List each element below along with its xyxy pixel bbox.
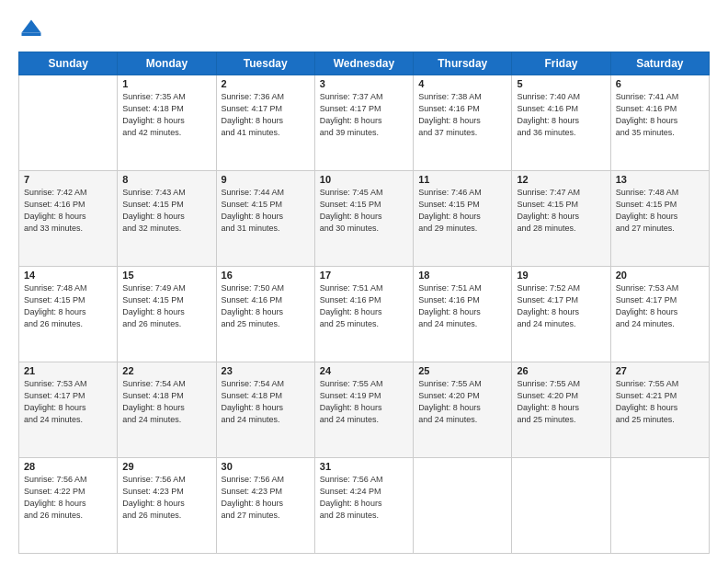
day-cell: 31Sunrise: 7:56 AM Sunset: 4:24 PM Dayli… — [314, 458, 413, 554]
day-cell: 14Sunrise: 7:48 AM Sunset: 4:15 PM Dayli… — [19, 267, 118, 362]
day-number: 9 — [222, 174, 310, 185]
day-info: Sunrise: 7:44 AM Sunset: 4:15 PM Dayligh… — [222, 187, 310, 235]
header — [18, 17, 710, 42]
day-info: Sunrise: 7:49 AM Sunset: 4:15 PM Dayligh… — [122, 282, 210, 330]
weekday-header-friday: Friday — [512, 52, 610, 75]
day-cell: 12Sunrise: 7:47 AM Sunset: 4:15 PM Dayli… — [512, 171, 610, 267]
day-info: Sunrise: 7:48 AM Sunset: 4:15 PM Dayligh… — [616, 187, 704, 235]
day-number: 22 — [122, 365, 210, 376]
day-info: Sunrise: 7:56 AM Sunset: 4:22 PM Dayligh… — [24, 474, 112, 522]
day-info: Sunrise: 7:50 AM Sunset: 4:16 PM Dayligh… — [222, 282, 310, 330]
day-cell: 29Sunrise: 7:56 AM Sunset: 4:23 PM Dayli… — [118, 458, 216, 554]
day-cell: 5Sunrise: 7:40 AM Sunset: 4:16 PM Daylig… — [512, 75, 610, 171]
day-number: 4 — [418, 78, 506, 89]
day-info: Sunrise: 7:36 AM Sunset: 4:17 PM Dayligh… — [222, 91, 310, 139]
day-info: Sunrise: 7:53 AM Sunset: 4:17 PM Dayligh… — [24, 378, 112, 426]
day-info: Sunrise: 7:42 AM Sunset: 4:16 PM Dayligh… — [24, 187, 112, 235]
day-cell: 10Sunrise: 7:45 AM Sunset: 4:15 PM Dayli… — [314, 171, 413, 267]
day-cell — [19, 75, 118, 171]
day-number: 2 — [222, 78, 310, 89]
day-number: 6 — [616, 78, 704, 89]
day-number: 8 — [122, 174, 210, 185]
day-info: Sunrise: 7:52 AM Sunset: 4:17 PM Dayligh… — [517, 282, 605, 330]
day-info: Sunrise: 7:53 AM Sunset: 4:17 PM Dayligh… — [616, 282, 704, 330]
day-cell: 17Sunrise: 7:51 AM Sunset: 4:16 PM Dayli… — [314, 267, 413, 362]
day-number: 19 — [517, 270, 605, 281]
day-info: Sunrise: 7:38 AM Sunset: 4:16 PM Dayligh… — [418, 91, 506, 139]
day-info: Sunrise: 7:43 AM Sunset: 4:15 PM Dayligh… — [122, 187, 210, 235]
day-number: 14 — [24, 270, 112, 281]
day-cell: 8Sunrise: 7:43 AM Sunset: 4:15 PM Daylig… — [118, 171, 216, 267]
weekday-header-row: SundayMondayTuesdayWednesdayThursdayFrid… — [19, 52, 710, 75]
day-info: Sunrise: 7:51 AM Sunset: 4:16 PM Dayligh… — [320, 282, 408, 330]
day-info: Sunrise: 7:55 AM Sunset: 4:20 PM Dayligh… — [418, 378, 506, 426]
day-cell — [414, 458, 512, 554]
day-cell: 30Sunrise: 7:56 AM Sunset: 4:23 PM Dayli… — [216, 458, 314, 554]
week-row-1: 1Sunrise: 7:35 AM Sunset: 4:18 PM Daylig… — [19, 75, 710, 171]
day-info: Sunrise: 7:46 AM Sunset: 4:15 PM Dayligh… — [418, 187, 506, 235]
weekday-header-saturday: Saturday — [610, 52, 709, 75]
week-row-3: 14Sunrise: 7:48 AM Sunset: 4:15 PM Dayli… — [19, 267, 710, 362]
day-info: Sunrise: 7:55 AM Sunset: 4:20 PM Dayligh… — [517, 378, 605, 426]
day-number: 7 — [24, 174, 112, 185]
day-info: Sunrise: 7:56 AM Sunset: 4:23 PM Dayligh… — [222, 474, 310, 522]
day-info: Sunrise: 7:37 AM Sunset: 4:17 PM Dayligh… — [320, 91, 408, 139]
day-cell: 6Sunrise: 7:41 AM Sunset: 4:16 PM Daylig… — [610, 75, 709, 171]
day-info: Sunrise: 7:41 AM Sunset: 4:16 PM Dayligh… — [616, 91, 704, 139]
day-info: Sunrise: 7:48 AM Sunset: 4:15 PM Dayligh… — [24, 282, 112, 330]
weekday-header-tuesday: Tuesday — [216, 52, 314, 75]
day-number: 12 — [517, 174, 605, 185]
day-cell: 20Sunrise: 7:53 AM Sunset: 4:17 PM Dayli… — [610, 267, 709, 362]
day-number: 31 — [320, 461, 408, 472]
day-number: 13 — [616, 174, 704, 185]
weekday-header-wednesday: Wednesday — [314, 52, 413, 75]
day-number: 21 — [24, 365, 112, 376]
day-number: 28 — [24, 461, 112, 472]
day-number: 27 — [616, 365, 704, 376]
day-cell: 23Sunrise: 7:54 AM Sunset: 4:18 PM Dayli… — [216, 362, 314, 458]
day-number: 24 — [320, 365, 408, 376]
day-number: 25 — [418, 365, 506, 376]
day-cell: 2Sunrise: 7:36 AM Sunset: 4:17 PM Daylig… — [216, 75, 314, 171]
day-cell: 7Sunrise: 7:42 AM Sunset: 4:16 PM Daylig… — [19, 171, 118, 267]
weekday-header-monday: Monday — [118, 52, 216, 75]
day-number: 17 — [320, 270, 408, 281]
svg-marker-0 — [22, 20, 41, 33]
day-number: 11 — [418, 174, 506, 185]
page: SundayMondayTuesdayWednesdayThursdayFrid… — [0, 0, 728, 563]
day-number: 16 — [222, 270, 310, 281]
day-number: 30 — [222, 461, 310, 472]
day-cell: 15Sunrise: 7:49 AM Sunset: 4:15 PM Dayli… — [118, 267, 216, 362]
day-cell: 3Sunrise: 7:37 AM Sunset: 4:17 PM Daylig… — [314, 75, 413, 171]
day-number: 10 — [320, 174, 408, 185]
logo-icon — [18, 17, 44, 42]
week-row-4: 21Sunrise: 7:53 AM Sunset: 4:17 PM Dayli… — [19, 362, 710, 458]
day-info: Sunrise: 7:55 AM Sunset: 4:19 PM Dayligh… — [320, 378, 408, 426]
day-info: Sunrise: 7:56 AM Sunset: 4:24 PM Dayligh… — [320, 474, 408, 522]
day-number: 29 — [122, 461, 210, 472]
day-cell: 16Sunrise: 7:50 AM Sunset: 4:16 PM Dayli… — [216, 267, 314, 362]
day-cell: 25Sunrise: 7:55 AM Sunset: 4:20 PM Dayli… — [414, 362, 512, 458]
day-cell: 11Sunrise: 7:46 AM Sunset: 4:15 PM Dayli… — [414, 171, 512, 267]
week-row-2: 7Sunrise: 7:42 AM Sunset: 4:16 PM Daylig… — [19, 171, 710, 267]
day-number: 5 — [517, 78, 605, 89]
day-cell: 27Sunrise: 7:55 AM Sunset: 4:21 PM Dayli… — [610, 362, 709, 458]
weekday-header-thursday: Thursday — [414, 52, 512, 75]
calendar-table: SundayMondayTuesdayWednesdayThursdayFrid… — [18, 52, 710, 554]
day-number: 20 — [616, 270, 704, 281]
day-cell: 18Sunrise: 7:51 AM Sunset: 4:16 PM Dayli… — [414, 267, 512, 362]
day-info: Sunrise: 7:55 AM Sunset: 4:21 PM Dayligh… — [616, 378, 704, 426]
day-info: Sunrise: 7:54 AM Sunset: 4:18 PM Dayligh… — [222, 378, 310, 426]
logo — [18, 17, 46, 42]
day-info: Sunrise: 7:56 AM Sunset: 4:23 PM Dayligh… — [122, 474, 210, 522]
day-cell: 24Sunrise: 7:55 AM Sunset: 4:19 PM Dayli… — [314, 362, 413, 458]
weekday-header-sunday: Sunday — [19, 52, 118, 75]
day-number: 26 — [517, 365, 605, 376]
day-info: Sunrise: 7:40 AM Sunset: 4:16 PM Dayligh… — [517, 91, 605, 139]
day-info: Sunrise: 7:45 AM Sunset: 4:15 PM Dayligh… — [320, 187, 408, 235]
day-cell: 4Sunrise: 7:38 AM Sunset: 4:16 PM Daylig… — [414, 75, 512, 171]
day-cell — [512, 458, 610, 554]
day-number: 18 — [418, 270, 506, 281]
day-cell: 21Sunrise: 7:53 AM Sunset: 4:17 PM Dayli… — [19, 362, 118, 458]
day-info: Sunrise: 7:51 AM Sunset: 4:16 PM Dayligh… — [418, 282, 506, 330]
